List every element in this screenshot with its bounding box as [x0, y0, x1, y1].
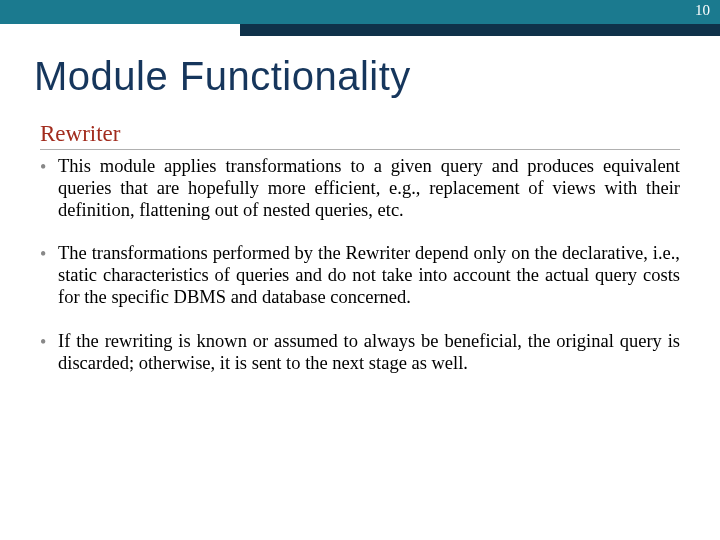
section-heading: Rewriter	[40, 121, 680, 150]
bullet-text: If the rewriting is known or assumed to …	[58, 331, 680, 375]
banner-navy-stripe	[240, 24, 720, 36]
page-title: Module Functionality	[34, 54, 720, 99]
page-number: 10	[695, 2, 710, 19]
bullet-dot-icon: •	[40, 156, 58, 221]
bullet-dot-icon: •	[40, 331, 58, 375]
bullet-item: • The transformations performed by the R…	[40, 243, 680, 308]
content-area: • This module applies transformations to…	[40, 156, 680, 375]
bullet-text: This module applies transformations to a…	[58, 156, 680, 221]
bullet-item: • This module applies transformations to…	[40, 156, 680, 221]
bullet-dot-icon: •	[40, 243, 58, 308]
header-banner: 10	[0, 0, 720, 36]
bullet-text: The transformations performed by the Rew…	[58, 243, 680, 308]
bullet-item: • If the rewriting is known or assumed t…	[40, 331, 680, 375]
banner-teal-stripe	[0, 0, 720, 24]
